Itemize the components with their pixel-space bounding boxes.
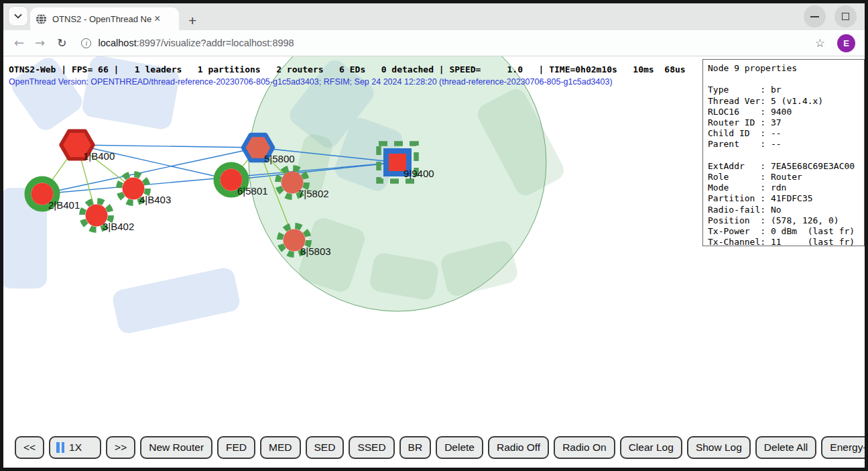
button-label: Radio Off	[497, 441, 540, 454]
button-sed[interactable]: SED	[306, 436, 345, 459]
url-host: localhost	[98, 38, 136, 48]
tab-bar: OTNS2 - OpenThread Ne × +	[3, 3, 865, 30]
simulation-status-bar: OTNS2-Web | FPS= 66 | 1 leaders 1 partit…	[9, 64, 686, 74]
button-fed[interactable]: FED	[217, 436, 255, 459]
action-button-bar: <<1X>>New RouterFEDMEDSEDSSEDBRDeleteRad…	[15, 436, 865, 459]
minimize-icon	[810, 16, 819, 17]
pause-icon	[56, 442, 60, 453]
button-show-log[interactable]: Show Log	[687, 436, 751, 459]
browser-window: OTNS2 - OpenThread Ne × + ← → ↻ i localh…	[0, 0, 868, 471]
button-label: Delete	[444, 441, 475, 454]
node-7-label: 7|5802	[298, 188, 329, 199]
button-delete-all[interactable]: Delete All	[755, 436, 816, 459]
tab-title: OTNS2 - OpenThread Ne	[52, 14, 151, 24]
button-label: 1X	[69, 441, 82, 454]
button-label: SED	[314, 441, 336, 454]
tab-search-chevron-button[interactable]	[9, 7, 27, 25]
button-energy-stats[interactable]: Energy-stats ↗	[821, 436, 865, 459]
node-4-label: 4|B403	[139, 194, 171, 205]
node-5-label: 5|5800	[264, 153, 295, 164]
button-label: FED	[226, 441, 247, 454]
maximize-icon	[842, 13, 849, 20]
pause-icon	[62, 442, 65, 453]
window-maximize-button[interactable]	[834, 5, 857, 28]
node-properties-panel: Node 9 properties Type : br Thread Ver: …	[702, 59, 865, 246]
openthread-version-line: OpenThread Version: OPENTHREAD/thread-re…	[9, 77, 613, 87]
tab-close-icon[interactable]: ×	[154, 13, 160, 24]
chevron-down-icon	[14, 13, 22, 19]
reload-button[interactable]: ↻	[57, 38, 66, 49]
button-new-router[interactable]: New Router	[140, 436, 212, 459]
button-label: Show Log	[696, 441, 742, 454]
node-3-label: 3|B402	[103, 221, 134, 232]
button-radio-off[interactable]: Radio Off	[488, 436, 549, 459]
button-1x[interactable]: 1X	[49, 436, 101, 459]
browser-tab-active[interactable]: OTNS2 - OpenThread Ne ×	[30, 7, 179, 30]
button-label: <<	[23, 441, 36, 454]
url-path: :8997/visualize?addr=localhost:8998	[137, 38, 294, 48]
button-label: Clear Log	[629, 441, 674, 454]
button-med[interactable]: MED	[260, 436, 300, 459]
button->>[interactable]: >>	[106, 436, 135, 459]
button-label: >>	[115, 441, 127, 454]
button-radio-on[interactable]: Radio On	[554, 436, 615, 459]
address-bar[interactable]: localhost:8997/visualize?addr=localhost:…	[98, 38, 294, 48]
button-br[interactable]: BR	[399, 436, 432, 459]
watermark-segment	[111, 266, 242, 335]
button-label: New Router	[149, 441, 204, 454]
node-1-label: 1|B400	[83, 150, 115, 162]
forward-button[interactable]: →	[35, 37, 45, 49]
button-clear-log[interactable]: Clear Log	[620, 436, 682, 459]
profile-avatar[interactable]: E	[837, 34, 855, 52]
router-link	[77, 145, 258, 148]
site-info-icon[interactable]: i	[81, 38, 91, 48]
otns-visualizer-canvas: 1|B4002|B4013|B4024|B4035|58006|58017|58…	[3, 56, 865, 468]
window-minimize-button[interactable]	[804, 5, 826, 28]
back-button[interactable]: ←	[14, 37, 24, 49]
window-controls	[804, 5, 857, 28]
node-2-label: 2|B401	[48, 199, 80, 211]
button-label: Radio On	[562, 441, 606, 454]
button-delete[interactable]: Delete	[436, 436, 483, 459]
node-6-label: 6|5801	[237, 185, 268, 197]
button-label: Energy-stats ↗	[830, 441, 865, 454]
bookmark-star-icon[interactable]: ☆	[815, 36, 825, 50]
button-label: Delete All	[764, 441, 808, 454]
node-8-label: 8|5803	[300, 246, 331, 257]
browser-toolbar: ← → ↻ i localhost:8997/visualize?addr=lo…	[3, 30, 865, 56]
tab-favicon-globe-icon	[36, 13, 47, 25]
button-label: SSED	[357, 441, 385, 454]
new-tab-button[interactable]: +	[188, 13, 196, 28]
button-label: BR	[408, 441, 423, 454]
button-ssed[interactable]: SSED	[349, 436, 394, 459]
button-label: MED	[269, 441, 292, 454]
button-<<[interactable]: <<	[15, 436, 44, 459]
node-9-label: 9|9400	[404, 168, 434, 179]
